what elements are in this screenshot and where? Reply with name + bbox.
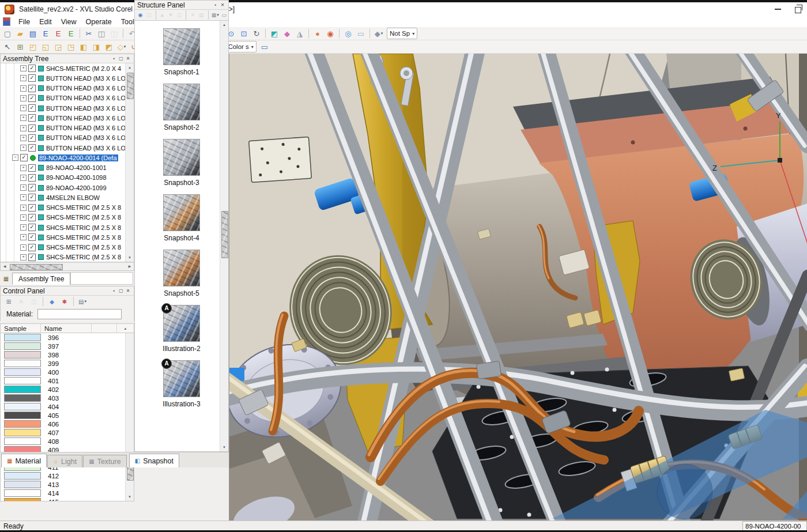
material-row[interactable]: 403 xyxy=(1,394,134,402)
visibility-checkbox[interactable]: ✓ xyxy=(28,114,36,122)
snapshot-item[interactable]: Snapshot-1 xyxy=(135,28,228,76)
expand-icon[interactable]: + xyxy=(20,85,27,92)
tree-item[interactable]: +✓BUTTON HEAD (M3 X 6 LO xyxy=(1,123,134,133)
expand-icon[interactable]: + xyxy=(20,135,27,141)
tree-item[interactable]: +✓BUTTON HEAD (M3 X 6 LO xyxy=(1,113,134,123)
tab-light[interactable]: ☼Light xyxy=(47,455,82,467)
move-part-button[interactable]: ◩ xyxy=(269,28,281,40)
cube-view-7-button[interactable]: ◩ xyxy=(103,41,115,53)
snapshot-item[interactable]: AIllustration-3 xyxy=(135,360,228,408)
expand-icon[interactable]: + xyxy=(20,234,27,240)
material-row[interactable]: 398 xyxy=(1,350,134,359)
material-row[interactable]: 413 xyxy=(1,480,134,489)
tree-item[interactable]: +✓BUTTON HEAD (M3 X 6 LO xyxy=(1,103,134,113)
snapshot-thumbnail[interactable] xyxy=(163,84,200,120)
silhouette-button[interactable]: ◮ xyxy=(294,28,306,40)
tab-snapshot[interactable]: ◧ Snapshot xyxy=(129,454,179,467)
save-button[interactable]: ▤ xyxy=(27,28,39,40)
delete-material-button[interactable]: ✕ xyxy=(16,296,28,308)
material-list[interactable]: 3963973983994004014024034044054064074084… xyxy=(0,333,134,501)
material-swatch[interactable] xyxy=(4,368,41,376)
visibility-checkbox[interactable]: ✓ xyxy=(28,254,36,261)
visibility-checkbox[interactable]: ✓ xyxy=(28,65,36,72)
material-row[interactable]: 399 xyxy=(1,359,134,368)
restore-button[interactable] xyxy=(787,3,807,16)
material-row[interactable]: 401 xyxy=(1,376,134,385)
presentation-monitor-button[interactable]: ▭ xyxy=(258,41,270,53)
material-swatch[interactable] xyxy=(4,481,41,488)
material-swatch[interactable] xyxy=(4,472,41,480)
material-swatch[interactable] xyxy=(4,420,41,428)
material-row[interactable]: 412 xyxy=(1,471,134,480)
material-row[interactable]: 408 xyxy=(1,437,134,446)
cube-iso-button[interactable]: ◇▾ xyxy=(116,41,128,53)
visibility-checkbox[interactable]: ✓ xyxy=(28,74,36,82)
menu-file[interactable]: File xyxy=(14,18,35,26)
close-icon[interactable]: ✕ xyxy=(125,56,131,61)
tab-assembly-tree[interactable]: Assembly Tree xyxy=(12,273,70,285)
material-row[interactable]: 396 xyxy=(1,333,134,342)
add-material-button[interactable]: ⊞ xyxy=(3,296,15,308)
material-swatch[interactable] xyxy=(4,489,41,497)
tree-item[interactable]: +✓SHCS-METRIC (M 2.5 X 8 xyxy=(1,243,134,252)
move-down-button[interactable]: ▼ xyxy=(167,9,175,21)
visibility-checkbox[interactable]: ✓ xyxy=(28,164,36,172)
expand-icon[interactable]: + xyxy=(20,224,27,231)
copy-snapshot-button[interactable]: ◫ xyxy=(175,9,183,21)
material-scrollbar[interactable]: ▼ xyxy=(125,333,134,501)
minimize-button[interactable] xyxy=(768,3,787,16)
visibility-checkbox[interactable]: ✓ xyxy=(28,214,36,221)
snapshot-list[interactable]: Snapshot-1Snapshot-2Snapshot-3Snapshot-4… xyxy=(134,20,229,452)
scroll-right-icon[interactable]: ▶ xyxy=(126,263,134,270)
tree-item[interactable]: +✓89-NOAO-4200-1001 xyxy=(1,163,134,173)
snapshot-scrollbar[interactable]: ▲ ▼ xyxy=(220,21,228,451)
material-row[interactable]: 405 xyxy=(1,411,134,420)
tree-item[interactable]: +✓SHCS-METRIC (M 2.5 X 8 xyxy=(1,222,134,232)
zoom-window-button[interactable]: ⊡ xyxy=(238,28,250,40)
duplicate-material-button[interactable]: ◫ xyxy=(28,296,40,308)
panel-menu-icon[interactable]: ▦ xyxy=(2,275,10,282)
material-swatch[interactable] xyxy=(4,437,41,445)
expand-icon[interactable]: + xyxy=(20,115,27,121)
sphere-small-button[interactable]: ● xyxy=(312,28,324,40)
expand-icon[interactable]: + xyxy=(20,254,27,261)
scroll-down-icon[interactable]: ▼ xyxy=(220,443,228,451)
visibility-checkbox[interactable]: ✓ xyxy=(28,144,36,152)
material-swatch[interactable] xyxy=(4,386,41,393)
visibility-checkbox[interactable]: ✓ xyxy=(28,104,36,112)
annotation-note-button[interactable]: ▭ xyxy=(355,28,367,40)
expand-icon[interactable]: + xyxy=(20,95,27,101)
menu-operate[interactable]: Operate xyxy=(81,18,116,26)
tab-texture[interactable]: ▦Texture xyxy=(83,455,126,467)
material-row[interactable]: 414 xyxy=(1,489,134,497)
snapshot-thumbnail[interactable] xyxy=(163,28,200,65)
export-image-button[interactable]: ▭ xyxy=(220,9,228,21)
tree-item[interactable]: +✓BUTTON HEAD (M3 X 6 LO xyxy=(1,84,134,93)
view-mode-button[interactable]: ▦▾ xyxy=(211,9,220,21)
snapshot-item[interactable]: Snapshot-3 xyxy=(135,139,228,187)
tab-material[interactable]: ▦Material xyxy=(1,454,47,467)
paint-bucket-button[interactable]: ◆▾ xyxy=(373,28,385,40)
close-icon[interactable]: ✕ xyxy=(125,288,131,293)
cut-button[interactable]: ✂ xyxy=(83,28,95,40)
cube-view-4-button[interactable]: ◳ xyxy=(65,41,77,53)
part-number-grid-button[interactable]: ⊞ xyxy=(14,41,27,53)
evaluate-camera-button[interactable]: E xyxy=(52,28,65,40)
expand-icon[interactable]: + xyxy=(20,214,27,221)
scroll-up-icon[interactable]: ▲ xyxy=(117,324,134,333)
assembly-tree-list[interactable]: +✓SHCS-METRIC (M 2.0 X 4+✓BUTTON HEAD (M… xyxy=(0,63,134,262)
cube-view-6-button[interactable]: ◨ xyxy=(90,41,103,53)
zoom-selection-button[interactable]: ◎ xyxy=(342,28,355,40)
material-row[interactable]: 400 xyxy=(1,368,134,376)
visibility-checkbox[interactable]: ✓ xyxy=(28,95,36,102)
sphere-target-button[interactable]: ◉ xyxy=(325,28,337,40)
menu-view[interactable]: View xyxy=(56,18,81,26)
menu-edit[interactable]: Edit xyxy=(35,18,56,26)
tree-item[interactable]: +✓BUTTON HEAD (M3 X 6 LO xyxy=(1,73,134,83)
material-row[interactable]: 402 xyxy=(1,385,134,394)
tree-item[interactable]: +✓BUTTON HEAD (M3 X 6 LO xyxy=(1,93,134,103)
expand-icon[interactable]: + xyxy=(20,75,27,81)
evaluate-measure-button[interactable]: E xyxy=(40,28,52,40)
snapshot-thumbnail[interactable]: A xyxy=(163,360,200,397)
material-row[interactable]: 397 xyxy=(1,342,134,350)
